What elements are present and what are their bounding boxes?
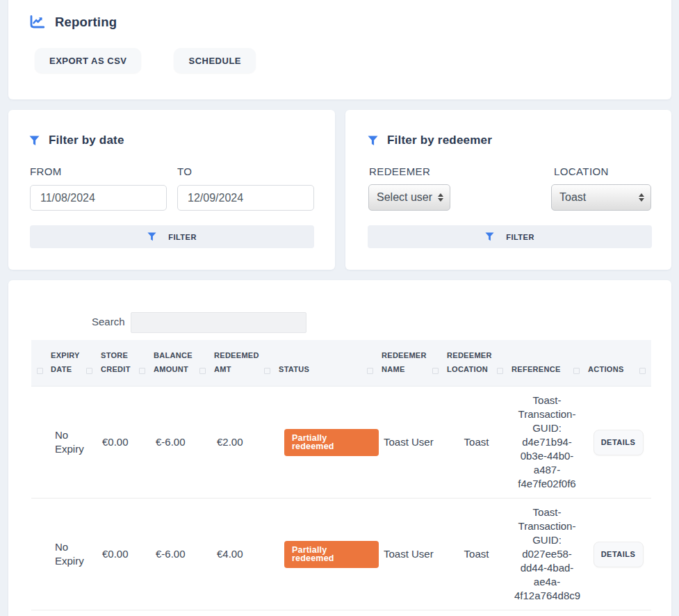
filter-by-redeemer-title: Filter by redeemer — [387, 133, 492, 147]
column-label[interactable]: REDEEMER NAME — [382, 349, 432, 377]
reporting-title-row: Reporting — [29, 15, 117, 30]
redeemer-filter-button-label: FILTER — [506, 233, 534, 241]
store-credit-cell: €0.00 — [98, 547, 151, 561]
redeemed-amt-cell: €4.00 — [211, 547, 276, 561]
redeemer-filter-button[interactable]: FILTER — [368, 225, 652, 248]
sort-square-icon[interactable] — [573, 368, 580, 374]
from-label: FROM — [30, 165, 62, 177]
sort-square-icon[interactable] — [139, 368, 145, 374]
column-header-redeemer-name: REDEEMER NAME — [379, 349, 444, 386]
date-filter-button[interactable]: FILTER — [30, 225, 314, 248]
search-input[interactable] — [131, 312, 306, 333]
column-label[interactable]: ACTIONS — [588, 363, 624, 377]
table-header-row: EXPIRY DATESTORE CREDITBALANCE AMOUNTRED… — [31, 340, 651, 387]
sort-square-icon[interactable] — [86, 368, 92, 374]
from-date-input[interactable] — [30, 185, 167, 211]
column-header-store-credit: STORE CREDIT — [98, 349, 151, 386]
status-cell: Partially redeemed — [276, 429, 379, 456]
chart-line-icon — [29, 15, 44, 29]
expiry-date-cell: No Expiry — [48, 540, 98, 568]
sort-square-icon[interactable] — [367, 368, 373, 374]
column-label[interactable]: STATUS — [279, 363, 309, 377]
table-row: No Expiry €0.00 €-6.00 €2.00 Partially r… — [31, 387, 651, 499]
column-header-balance-amount: BALANCE AMOUNT — [151, 349, 211, 386]
table-row: No Expiry €0.00 €-6.00 €4.00 Partially r… — [31, 499, 651, 610]
expiry-date-cell: No Expiry — [48, 428, 98, 456]
location-label: LOCATION — [554, 165, 609, 177]
page-title: Reporting — [55, 15, 117, 30]
report-table-card: Search EXPIRY DATESTORE CREDITBALANCE AM… — [8, 280, 671, 616]
redeemer-name-cell: Toast User — [379, 547, 444, 561]
filter-by-redeemer-title-row: Filter by redeemer — [368, 133, 492, 147]
status-badge: Partially redeemed — [284, 541, 379, 568]
redeemed-amt-cell: €2.00 — [211, 435, 276, 449]
details-button[interactable]: DETAILS — [594, 542, 644, 567]
column-header-status: STATUS — [276, 363, 379, 386]
funnel-icon — [147, 232, 156, 241]
search-label: Search — [92, 316, 125, 327]
column-label[interactable]: REDEEMER LOCATION — [447, 349, 497, 377]
up-down-arrows-icon — [438, 193, 443, 202]
reference-cell: Toast-Transaction-GUID: d4e71b94-0b3e-44… — [509, 394, 585, 491]
redeemer-location-cell: Toast — [444, 547, 509, 561]
filter-by-date-card: Filter by date FROM TO FILTER — [8, 110, 335, 270]
sort-square-icon[interactable] — [497, 368, 503, 374]
status-cell: Partially redeemed — [276, 541, 379, 568]
sort-square-icon[interactable] — [264, 368, 270, 374]
details-button[interactable]: DETAILS — [594, 430, 644, 455]
column-header-redeemed-amt: REDEEMED AMT — [211, 349, 276, 386]
reporting-card: Reporting EXPORT AS CSV SCHEDULE — [8, 0, 671, 99]
column-label[interactable]: REFERENCE — [512, 363, 561, 377]
funnel-icon — [368, 136, 378, 146]
filter-by-redeemer-card: Filter by redeemer REDEEMER LOCATION Sel… — [345, 110, 671, 270]
to-date-input[interactable] — [177, 185, 314, 211]
column-header-expiry-date: EXPIRY DATE — [48, 349, 98, 386]
funnel-icon — [485, 232, 494, 241]
column-label[interactable]: STORE CREDIT — [101, 349, 139, 377]
up-down-arrows-icon — [639, 193, 644, 202]
location-select-value: Toast — [559, 191, 586, 204]
filter-by-date-title-row: Filter by date — [29, 133, 124, 147]
actions-cell: DETAILS — [585, 542, 651, 567]
select-column-header — [31, 368, 48, 386]
redeemer-location-cell: Toast — [444, 435, 509, 449]
column-label[interactable]: BALANCE AMOUNT — [154, 349, 199, 377]
status-badge: Partially redeemed — [284, 429, 379, 456]
sort-square-icon[interactable] — [432, 368, 439, 374]
report-table: EXPIRY DATESTORE CREDITBALANCE AMOUNTRED… — [31, 340, 651, 610]
schedule-button[interactable]: SCHEDULE — [174, 48, 256, 73]
redeemer-select-value: Select user — [377, 191, 432, 204]
balance-amount-cell: €-6.00 — [151, 435, 211, 449]
reporting-actions: EXPORT AS CSV SCHEDULE — [35, 48, 256, 73]
column-header-redeemer-location: REDEEMER LOCATION — [444, 349, 509, 386]
location-select[interactable]: Toast — [551, 184, 651, 211]
column-header-reference: REFERENCE — [509, 363, 585, 386]
column-label[interactable]: EXPIRY DATE — [51, 349, 86, 377]
column-header-actions: ACTIONS — [585, 363, 651, 386]
to-label: TO — [177, 165, 192, 177]
funnel-icon — [29, 136, 40, 146]
redeemer-select[interactable]: Select user — [368, 184, 450, 211]
redeemer-label: REDEEMER — [369, 165, 430, 177]
actions-cell: DETAILS — [585, 430, 651, 455]
sort-square-icon[interactable] — [37, 368, 43, 374]
sort-square-icon[interactable] — [199, 368, 206, 374]
table-body: No Expiry €0.00 €-6.00 €2.00 Partially r… — [31, 387, 651, 610]
sort-square-icon[interactable] — [639, 368, 646, 374]
column-label[interactable]: REDEEMED AMT — [214, 349, 264, 377]
reporting-page: Reporting EXPORT AS CSV SCHEDULE Filter … — [0, 0, 679, 616]
balance-amount-cell: €-6.00 — [151, 547, 211, 561]
redeemer-name-cell: Toast User — [379, 435, 444, 449]
reference-cell: Toast-Transaction-GUID: d027ee58-dd44-4b… — [509, 505, 585, 603]
filter-by-date-title: Filter by date — [49, 133, 124, 147]
store-credit-cell: €0.00 — [98, 435, 151, 449]
date-filter-button-label: FILTER — [168, 233, 197, 241]
export-csv-button[interactable]: EXPORT AS CSV — [35, 48, 141, 73]
